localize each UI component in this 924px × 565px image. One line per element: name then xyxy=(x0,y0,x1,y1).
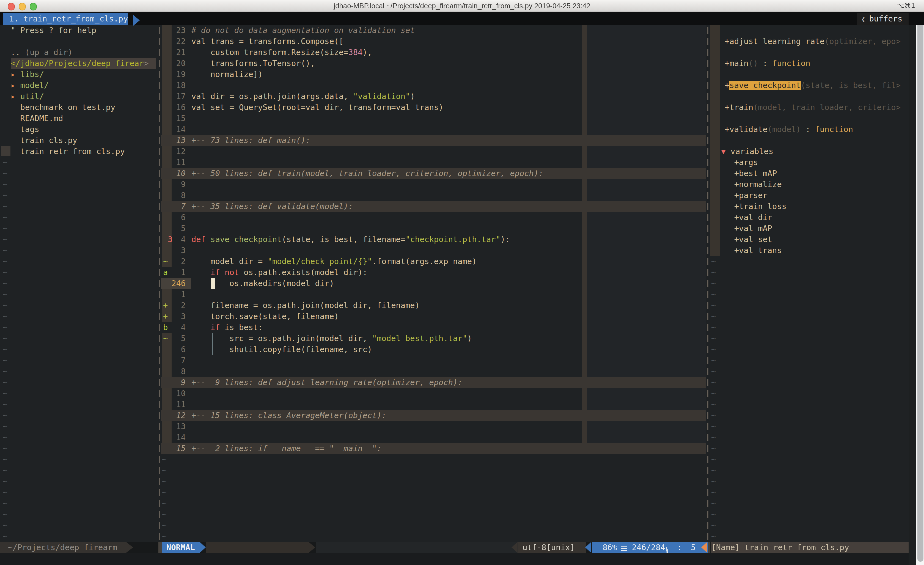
tree-item[interactable]: train_cls.py xyxy=(20,135,78,146)
empty-line-tilde: ~ xyxy=(3,233,8,245)
tree-item[interactable]: </jdhao/Projects/deep_firear> xyxy=(11,57,148,69)
tree-item[interactable]: train_retr_from_cls.py xyxy=(20,146,125,156)
tag-item[interactable]: +best_mAP xyxy=(734,168,777,179)
text-run: " Press ? for help xyxy=(11,26,96,35)
code-line[interactable]: transforms.ToTensor(), xyxy=(191,57,315,69)
line-number: 15 xyxy=(163,443,186,454)
line-number: 11 xyxy=(163,156,186,168)
code-line[interactable]: normalize]) xyxy=(191,69,262,80)
empty-line-tilde: ~ xyxy=(3,388,8,398)
empty-line-tilde: ~ xyxy=(3,509,8,520)
text-run: + xyxy=(724,81,729,89)
tag-item[interactable]: +main() : function xyxy=(724,57,810,69)
vim-command-line[interactable] xyxy=(0,553,916,565)
text-run: +val_trans xyxy=(734,246,782,254)
text-run: > xyxy=(144,59,148,68)
text-run: : xyxy=(801,125,815,134)
text-run: > xyxy=(896,102,901,111)
code-line[interactable]: +-- 35 lines: def validate(model): xyxy=(191,201,353,212)
tag-item[interactable]: +parser xyxy=(734,189,768,201)
tag-item[interactable]: ▼ variables xyxy=(721,146,773,156)
code-line[interactable]: if is_best: xyxy=(191,322,262,332)
tag-item[interactable]: +train_loss xyxy=(734,201,786,212)
code-line[interactable]: +-- 2 lines: if __name__ == "__main__": xyxy=(191,443,382,454)
tab-active[interactable]: 1. train_retr_from_cls.py xyxy=(3,13,128,24)
empty-line-tilde: ~ xyxy=(162,520,166,530)
code-line[interactable]: +-- 9 lines: def adjust_learning_rate(op… xyxy=(191,377,462,388)
text-run: if xyxy=(210,267,220,276)
powerline-arrow-icon xyxy=(200,542,206,553)
text-run: 384 xyxy=(348,48,363,56)
text-run: variables xyxy=(730,147,774,155)
text-run: +val_dir xyxy=(734,213,772,221)
code-line[interactable]: # do not do data augmentation on validat… xyxy=(191,24,415,36)
code-line[interactable]: val_trans = transforms.Compose([ xyxy=(191,36,344,47)
tag-item[interactable]: +val_dir xyxy=(734,212,772,222)
text-run xyxy=(220,267,225,276)
text-run: +val_set xyxy=(734,234,772,243)
empty-line-tilde: ~ xyxy=(3,266,8,278)
line-number: 9 xyxy=(163,377,186,388)
tag-item[interactable]: +val_trans xyxy=(734,245,782,255)
tag-item[interactable]: +args xyxy=(734,156,758,168)
powerline-arrow-orange-icon xyxy=(702,542,708,553)
text-run: model/ xyxy=(20,81,49,89)
code-line[interactable]: if not os.path.exists(model_dir): xyxy=(191,266,368,278)
code-line[interactable]: +-- 50 lines: def train(model, train_loa… xyxy=(191,168,543,179)
line-number-icon: LN xyxy=(666,542,668,554)
text-run: val_trans = transforms.Compose([ xyxy=(191,37,344,45)
tree-item[interactable]: " Press ? for help xyxy=(11,24,96,36)
tree-item[interactable]: README.md xyxy=(20,113,63,123)
code-line[interactable]: +-- 73 lines: def main(): xyxy=(191,135,310,146)
colorcolumn-stripe xyxy=(582,24,587,454)
empty-line-tilde: ~ xyxy=(711,365,716,377)
tree-item[interactable]: .. (up a dir) xyxy=(11,47,73,57)
tree-item[interactable]: ▸ util/ xyxy=(11,90,44,102)
scrollbar-thumb[interactable] xyxy=(917,13,924,561)
code-line[interactable]: val_dir = os.path.join(args.data, "valid… xyxy=(191,90,415,102)
code-line[interactable]: custom_transform.Resize(size=384), xyxy=(191,47,372,57)
text-run: tags xyxy=(20,125,39,134)
line-number: 12 xyxy=(163,410,186,421)
tree-item[interactable]: tags xyxy=(20,123,39,135)
buffers-label[interactable]: ❮buffers xyxy=(857,13,909,24)
scrollbar[interactable] xyxy=(916,12,924,565)
text-run: benchmark_on_test.py xyxy=(20,102,116,111)
text-run: > xyxy=(896,37,901,45)
tag-item[interactable]: +adjust_learning_rate(optimizer, epo> xyxy=(724,36,901,47)
code-line[interactable]: +-- 15 lines: class AverageMeter(object)… xyxy=(191,410,386,421)
code-line[interactable]: src = os.path.join(model_dir, "model_bes… xyxy=(191,332,472,344)
line-number: 11 xyxy=(163,398,186,410)
empty-line-tilde: ~ xyxy=(3,421,8,431)
scroll-percent: 86% xyxy=(603,542,617,553)
code-line[interactable]: filename = os.path.join(model_dir, filen… xyxy=(191,299,420,311)
tag-item[interactable]: +validate(model) : function xyxy=(724,123,853,135)
tree-item[interactable]: ▸ model/ xyxy=(11,80,49,90)
tag-item[interactable]: +save_checkpoint(state, is_best, fil> xyxy=(724,80,901,90)
text-run: train_cls.py xyxy=(20,135,78,144)
code-line[interactable]: torch.save(state, filename) xyxy=(191,311,339,322)
empty-line-tilde: ~ xyxy=(162,509,166,520)
text-run: (state, is_best, fil xyxy=(801,81,896,89)
window-separator-right[interactable] xyxy=(707,24,708,542)
text-run: () xyxy=(748,59,758,68)
window-separator-left[interactable] xyxy=(159,24,160,542)
tag-item[interactable]: +val_mAP xyxy=(734,222,772,233)
empty-line-tilde: ~ xyxy=(711,464,716,476)
tag-item[interactable]: +val_set xyxy=(734,233,772,245)
text-run: +args xyxy=(734,158,758,167)
tag-item[interactable]: +train(model, train_loader, criterio> xyxy=(724,102,901,113)
tree-item[interactable]: benchmark_on_test.py xyxy=(20,102,116,113)
empty-line-tilde: ~ xyxy=(711,266,716,278)
text-run: > xyxy=(896,81,901,89)
powerline-arrow-icon xyxy=(126,542,133,553)
empty-line-tilde: ~ xyxy=(711,278,716,289)
tree-item[interactable]: ▸ libs/ xyxy=(11,69,44,80)
code-line[interactable]: shutil.copyfile(filename, src) xyxy=(191,344,372,355)
text-run: function xyxy=(815,125,853,134)
tag-item[interactable]: +normalize xyxy=(734,179,782,189)
code-line[interactable]: val_set = QuerySet(root=val_dir, transfo… xyxy=(191,102,443,113)
code-line[interactable]: def save_checkpoint(state, is_best, file… xyxy=(191,233,510,245)
code-line[interactable]: model_dir = "model/check_point/{}".forma… xyxy=(191,255,477,266)
colorcolumn-overflow-region xyxy=(587,24,705,454)
